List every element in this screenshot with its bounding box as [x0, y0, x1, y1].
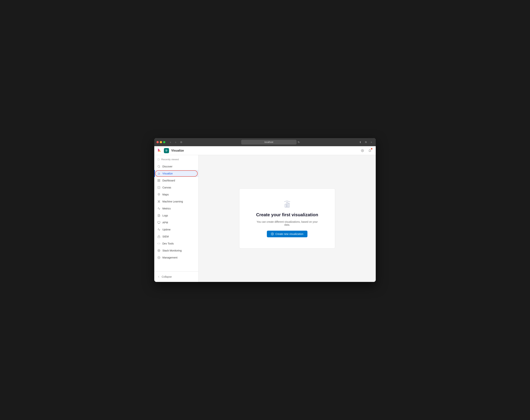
svg-line-32 [159, 250, 160, 250]
back-button[interactable]: ‹ [168, 140, 173, 144]
svg-line-21 [159, 202, 160, 202]
close-button[interactable] [157, 141, 159, 143]
svg-rect-9 [159, 181, 160, 182]
sidebar-item-discover[interactable]: Discover [154, 163, 198, 170]
sidebar-item-apm[interactable]: APM [154, 219, 198, 226]
kibana-logo [157, 148, 162, 153]
recently-viewed-section: Recently viewed [154, 155, 198, 163]
notifications-button[interactable] [367, 148, 373, 154]
sidebar-item-canvas[interactable]: Canvas [154, 184, 198, 191]
minimize-button[interactable] [160, 141, 162, 143]
svg-point-0 [362, 150, 363, 151]
svg-line-33 [158, 251, 159, 252]
svg-rect-27 [158, 236, 160, 238]
app-badge: D [164, 148, 169, 153]
notification-badge [371, 148, 372, 150]
svg-rect-7 [158, 179, 159, 180]
sidebar-item-devtools-label: Dev Tools [162, 242, 174, 245]
sidebar-item-visualize-label: Visualize [162, 172, 173, 175]
visualization-empty-icon [283, 200, 292, 209]
sidebar-item-ml-label: Machine Learning [162, 200, 183, 203]
ml-icon [157, 200, 161, 203]
collapse-label: Collapse [162, 275, 172, 278]
sidebar-item-dashboard[interactable]: Dashboard [154, 177, 198, 184]
sidebar-item-dev-tools[interactable]: Dev Tools [154, 240, 198, 247]
sidebar-item-maps[interactable]: Maps [154, 191, 198, 198]
sidebar-item-siem-label: SIEM [162, 235, 169, 238]
forward-button[interactable]: › [174, 140, 178, 144]
sidebar-item-maps-label: Maps [162, 193, 169, 196]
sidebar-item-management[interactable]: Management [154, 254, 198, 261]
maximize-button[interactable] [163, 141, 165, 143]
sidebar-item-stack-monitoring[interactable]: Stack Monitoring [154, 247, 198, 254]
svg-rect-37 [288, 203, 289, 207]
maps-icon [157, 193, 161, 196]
collapse-icon [157, 275, 160, 278]
discover-icon [157, 165, 161, 168]
sidebar-toggle-button[interactable]: ⊟ [179, 140, 183, 144]
svg-line-31 [159, 251, 160, 252]
dashboard-icon [157, 179, 161, 182]
devtools-icon [157, 242, 161, 245]
sidebar-item-metrics-label: Metrics [162, 207, 171, 210]
create-visualization-button[interactable]: Create new visualization [267, 231, 308, 237]
bell-icon [368, 149, 371, 152]
metrics-icon [157, 207, 161, 210]
appbar: D Visualize [154, 146, 376, 155]
apm-icon [157, 221, 161, 224]
settings-icon [361, 149, 364, 152]
svg-rect-24 [158, 222, 160, 223]
svg-line-18 [158, 201, 159, 201]
create-button-label: Create new visualization [275, 233, 303, 236]
sidebar-item-machine-learning[interactable]: Machine Learning [154, 198, 198, 205]
settings-button[interactable] [359, 148, 365, 154]
visualize-icon [157, 172, 161, 175]
svg-point-12 [159, 194, 159, 195]
svg-line-30 [158, 250, 159, 250]
canvas-icon [157, 186, 161, 189]
appbar-actions [359, 148, 373, 154]
svg-line-3 [160, 167, 160, 168]
reload-button[interactable]: ↻ [298, 141, 300, 144]
sidebar-item-apm-label: APM [162, 221, 168, 224]
clock-icon [157, 158, 160, 161]
svg-rect-11 [158, 186, 160, 189]
sidebar-item-uptime-label: Uptime [162, 228, 171, 231]
sidebar-item-visualize[interactable]: Visualize [154, 170, 198, 177]
sidebar-item-logs[interactable]: Logs [154, 212, 198, 219]
new-tab-button[interactable]: ＋ [369, 140, 373, 144]
management-icon [157, 256, 161, 259]
monitoring-icon [157, 249, 161, 252]
titlebar: ‹ › ⊟ ↻ ⬆ ⧉ ＋ [154, 138, 376, 146]
sidebar-item-dashboard-label: Dashboard [162, 179, 175, 182]
tab-button[interactable]: ⧉ [364, 140, 368, 144]
main-content: Create your first visualization You can … [199, 155, 376, 282]
plus-circle-icon [271, 233, 274, 236]
url-input[interactable] [241, 140, 296, 145]
traffic-lights [157, 141, 165, 143]
uptime-icon [157, 228, 161, 231]
sidebar-item-uptime[interactable]: Uptime [154, 226, 198, 233]
svg-rect-8 [159, 179, 160, 180]
svg-line-19 [159, 201, 160, 201]
nav-items: Discover Visualize [154, 163, 198, 271]
sidebar: Recently viewed Discover [154, 155, 199, 282]
svg-rect-10 [158, 181, 159, 182]
empty-state-title: Create your first visualization [256, 212, 318, 217]
logs-icon [157, 214, 161, 217]
browser-nav-buttons: ‹ › [168, 140, 178, 144]
sidebar-bottom: Collapse [154, 271, 198, 282]
address-bar: ↻ [185, 140, 356, 145]
siem-icon [157, 235, 161, 238]
svg-rect-35 [285, 204, 286, 207]
sidebar-item-siem[interactable]: SIEM [154, 233, 198, 240]
app-title: Visualize [171, 149, 184, 152]
share-button[interactable]: ⬆ [358, 140, 362, 144]
sidebar-item-management-label: Management [162, 256, 177, 259]
svg-line-20 [158, 202, 159, 202]
titlebar-actions: ⬆ ⧉ ＋ [358, 140, 373, 144]
sidebar-item-logs-label: Logs [162, 214, 168, 217]
collapse-button[interactable]: Collapse [157, 274, 195, 280]
sidebar-item-metrics[interactable]: Metrics [154, 205, 198, 212]
sidebar-item-monitoring-label: Stack Monitoring [162, 249, 182, 252]
